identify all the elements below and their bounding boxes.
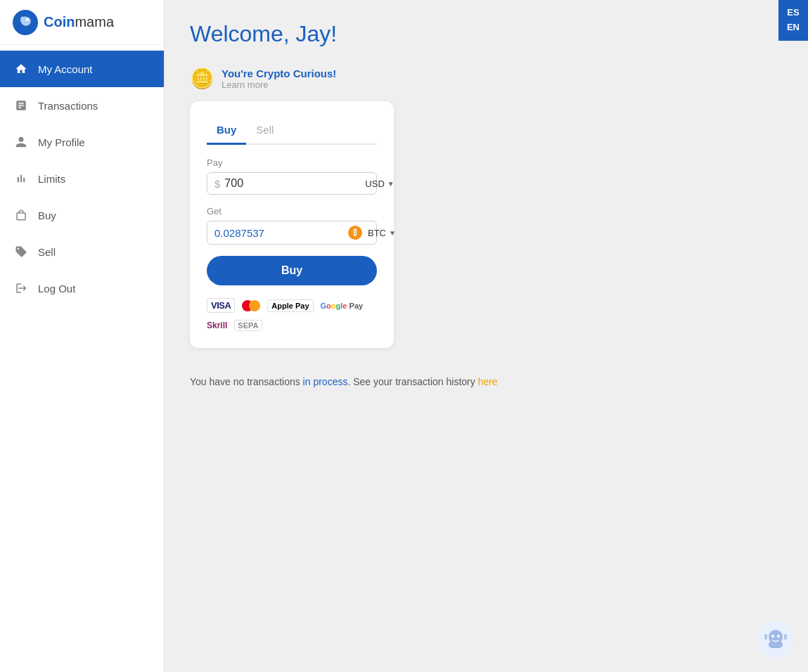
logo-mama: mama [75, 14, 114, 30]
home-icon [14, 62, 28, 76]
nav-list: My Account Transactions My Profile Limit… [0, 51, 164, 306]
crypto-curious-title: You're Crypto Curious! [222, 67, 336, 79]
sidebar-item-my-profile[interactable]: My Profile [0, 124, 164, 160]
get-input[interactable] [214, 227, 348, 239]
get-label: Get [207, 206, 377, 217]
chevron-down-icon: ▼ [389, 229, 396, 237]
skrill-payment-icon: Skrill [207, 321, 227, 330]
get-input-row: ₿ BTC ▼ [207, 221, 377, 245]
bar-chart-icon [14, 172, 28, 186]
logo-area: Coinmama [0, 0, 164, 45]
logo-coin: Coin [44, 14, 75, 30]
get-currency-label: BTC [368, 228, 386, 238]
sidebar-item-label: Transactions [38, 100, 98, 112]
logout-icon [14, 281, 28, 295]
crypto-curious-text: You're Crypto Curious! Learn more [222, 67, 336, 90]
dollar-sign-icon: $ [214, 178, 220, 190]
transaction-message-after: . See your transaction history [347, 376, 477, 387]
main-content: ES EN Welcome, Jay! 🪙 You're Crypto Curi… [165, 0, 808, 672]
pay-currency-label: USD [365, 179, 384, 189]
widget-card: Buy Sell Pay $ USD ▼ Get ₿ BTC ▼ [190, 101, 394, 348]
sidebar-item-transactions[interactable]: Transactions [0, 87, 164, 124]
tag-icon [14, 245, 28, 259]
lang-es[interactable]: ES [787, 6, 799, 20]
transaction-message-before: You have no transactions [190, 376, 303, 387]
tab-sell[interactable]: Sell [246, 118, 283, 145]
lang-switcher[interactable]: ES EN [778, 0, 808, 41]
svg-rect-7 [764, 634, 767, 640]
lang-en[interactable]: EN [787, 20, 800, 35]
pay-currency-select[interactable]: USD ▼ [365, 179, 394, 189]
get-currency-select[interactable]: ₿ BTC ▼ [348, 226, 396, 240]
svg-rect-4 [769, 641, 783, 648]
sidebar-item-label: Sell [38, 246, 56, 258]
payment-icons: VISA Apple Pay Google Pay Skrill SEPA [207, 298, 377, 331]
sidebar-item-my-account[interactable]: My Account [0, 51, 164, 87]
sidebar-item-sell[interactable]: Sell [0, 233, 164, 270]
sidebar-item-buy[interactable]: Buy [0, 197, 164, 233]
mastercard-payment-icon [242, 300, 260, 311]
learn-more-link[interactable]: Learn more [222, 79, 336, 90]
chatbot-icon[interactable] [757, 621, 794, 658]
tab-buy[interactable]: Buy [207, 118, 246, 145]
googlepay-payment-icon: Google Pay [321, 302, 364, 310]
coinmama-logo-icon [13, 10, 38, 35]
btc-icon: ₿ [348, 226, 362, 240]
pay-label: Pay [207, 157, 377, 168]
svg-point-1 [26, 18, 29, 21]
chevron-down-icon: ▼ [387, 180, 395, 188]
bag-icon [14, 208, 28, 222]
sidebar-item-label: Buy [38, 209, 56, 221]
sidebar-item-log-out[interactable]: Log Out [0, 270, 164, 306]
sidebar-item-label: Limits [38, 173, 65, 185]
visa-payment-icon: VISA [207, 298, 235, 313]
transaction-in-process: in process [303, 376, 348, 387]
person-icon [14, 135, 28, 149]
buy-button[interactable]: Buy [207, 256, 377, 285]
applepay-payment-icon: Apple Pay [267, 299, 313, 312]
sidebar: Coinmama My Account Transactions [0, 0, 165, 672]
transaction-history-link[interactable]: here [478, 376, 498, 387]
logo-text: Coinmama [44, 14, 114, 30]
sidebar-item-label: My Profile [38, 136, 85, 148]
svg-rect-8 [784, 634, 787, 640]
crypto-curious-banner: 🪙 You're Crypto Curious! Learn more [190, 67, 783, 90]
tab-bar: Buy Sell [207, 118, 377, 145]
svg-point-5 [771, 635, 774, 638]
pay-input[interactable] [224, 177, 365, 190]
transaction-message: You have no transactions in process. See… [190, 376, 783, 387]
sidebar-item-label: My Account [38, 63, 93, 75]
welcome-title: Welcome, Jay! [190, 21, 783, 47]
svg-point-6 [777, 635, 780, 638]
sepa-payment-icon: SEPA [234, 320, 262, 331]
sidebar-item-limits[interactable]: Limits [0, 160, 164, 197]
receipt-icon [14, 98, 28, 112]
coin-emoji: 🪙 [190, 67, 214, 90]
sidebar-item-label: Log Out [38, 283, 75, 295]
pay-input-row: $ USD ▼ [207, 172, 377, 195]
